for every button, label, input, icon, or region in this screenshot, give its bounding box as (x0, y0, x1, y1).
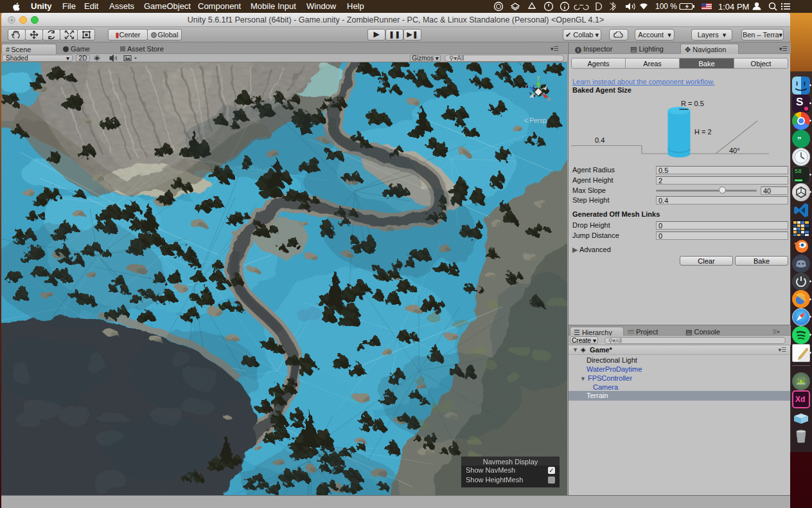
svg-text:1:04 PM: 1:04 PM (718, 2, 749, 12)
svg-text:y: y (537, 74, 540, 80)
svg-text:x: x (548, 96, 551, 102)
svg-text:< Persp: < Persp (524, 117, 547, 124)
svg-text:100 %: 100 % (655, 2, 677, 11)
svg-text:R = 0.5: R = 0.5 (681, 100, 704, 107)
svg-text:H = 2: H = 2 (694, 128, 712, 136)
svg-text:z: z (525, 83, 528, 89)
svg-text:40°: 40° (729, 147, 740, 154)
svg-text:0.4: 0.4 (595, 136, 605, 144)
